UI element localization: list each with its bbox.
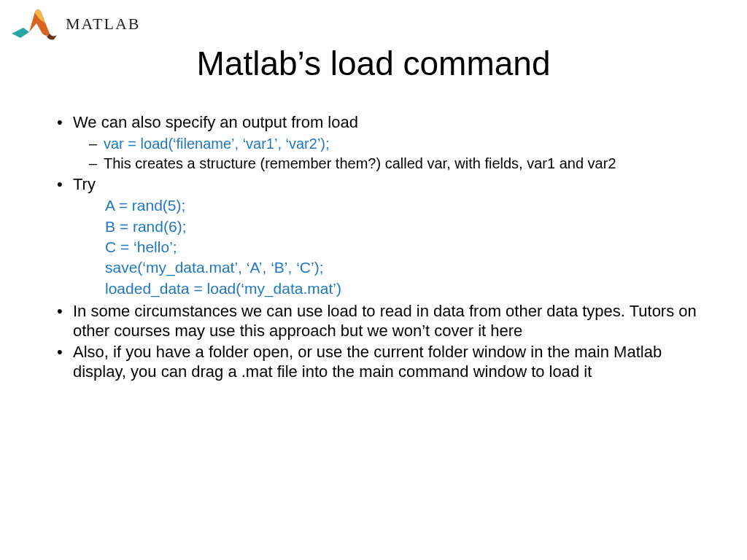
code-line-1: A = rand(5); <box>105 195 703 216</box>
slide-content: We can also specify an output from load … <box>57 113 703 383</box>
matlab-logo-icon <box>10 6 61 42</box>
bullet-2-text: Try <box>73 175 96 193</box>
code-line-4: save(‘my_data.mat’, ‘A’, ‘B’, ‘C’); <box>105 257 703 278</box>
bullet-3-text: In some circumstances we can use load to… <box>73 302 697 340</box>
bullet-3: In some circumstances we can use load to… <box>57 302 703 341</box>
code-inline-load-output: var = load(‘filename’, ‘var1’, ‘var2’); <box>104 136 330 152</box>
logo-area: MATLAB <box>10 6 140 42</box>
code-line-5: loaded_data = load(‘my_data.mat’) <box>105 279 703 299</box>
bullet-4-text: Also, if you have a folder open, or use … <box>73 343 662 381</box>
bullet-1-text: We can also specify an output from load <box>73 113 358 131</box>
code-block-try: A = rand(5); B = rand(6); C = ‘hello’; s… <box>105 195 703 299</box>
bullet-1-sub-2-text: This creates a structure (remember them?… <box>104 155 616 171</box>
logo-brand-text: MATLAB <box>66 15 140 34</box>
slide-title: Matlab’s load command <box>0 44 747 83</box>
bullet-4: Also, if you have a folder open, or use … <box>57 343 703 382</box>
bullet-1-sub-2: This creates a structure (remember them?… <box>89 155 703 172</box>
bullet-2: Try A = rand(5); B = rand(6); C = ‘hello… <box>57 175 703 300</box>
bullet-1: We can also specify an output from load … <box>57 113 703 173</box>
code-line-3: C = ‘hello’; <box>105 237 703 257</box>
code-line-2: B = rand(6); <box>105 217 703 237</box>
bullet-1-sub-1: var = load(‘filename’, ‘var1’, ‘var2’); <box>89 135 703 152</box>
